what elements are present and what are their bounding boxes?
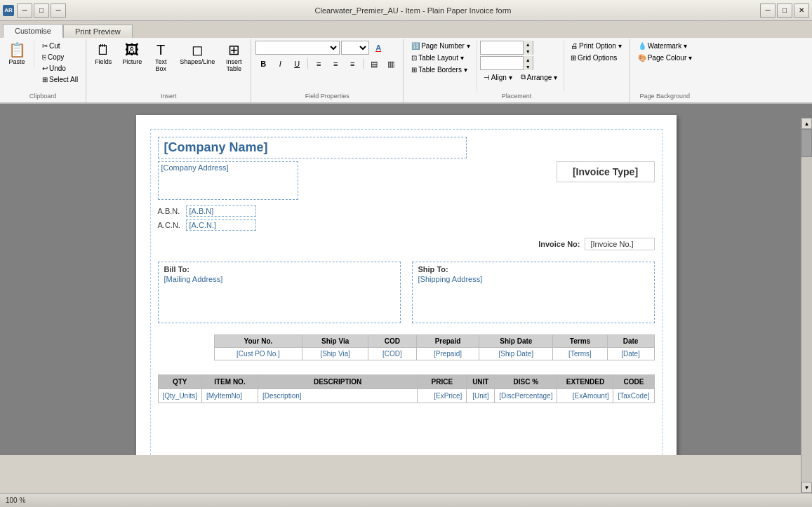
scrollbar-v[interactable]: ▲ ▼	[801, 118, 812, 455]
cell-item-no: [MyItemNo]	[201, 389, 258, 403]
col-ship-date: Ship Date	[479, 335, 553, 348]
print-option-icon: 🖨	[571, 42, 578, 50]
page-number-button[interactable]: 🔢 Page Number ▾	[408, 41, 473, 51]
invoice-no-value[interactable]: [Invoice No.]	[585, 238, 655, 250]
col-price: PRICE	[418, 375, 467, 389]
x-up-button[interactable]: ▲	[523, 41, 533, 48]
sys-btn-2[interactable]: □	[34, 4, 49, 18]
ship-to-box[interactable]: Ship To: [Shipping Address]	[412, 262, 655, 323]
col-date: Date	[607, 335, 654, 348]
font-combo[interactable]	[255, 41, 340, 55]
cell-date: [Date]	[607, 348, 654, 360]
print-option-button[interactable]: 🖨 Print Option ▾	[567, 41, 625, 51]
col-terms: Terms	[553, 335, 607, 348]
minimize-button[interactable]: ─	[760, 4, 776, 18]
page-background-label: Page Background	[634, 93, 695, 100]
acn-value[interactable]: [A.C.N.]	[186, 219, 256, 231]
col-ship-via: Ship Via	[302, 335, 368, 348]
table-borders-button[interactable]: ⊞ Table Borders ▾	[408, 65, 473, 75]
copy-button[interactable]: ⎘ Copy	[39, 52, 81, 62]
window-controls: ─ □ ✕	[760, 4, 809, 18]
x-position-input[interactable]	[481, 44, 523, 52]
order-table-head: Your No. Ship Via COD Prepaid Ship Date …	[214, 335, 654, 348]
tab-customise[interactable]: Customise	[3, 24, 63, 38]
order-table-body: [Cust PO No.] [Ship Via] [COD] [Prepaid]…	[214, 348, 654, 360]
align-button[interactable]: ⊣ Align ▾	[480, 72, 516, 83]
window-title: Clearwater_Premier_AU - Item - Plain Pap…	[66, 6, 760, 15]
app-icon: AR	[3, 5, 14, 16]
arrange-button[interactable]: ⧉ Arrange ▾	[517, 72, 561, 83]
align-right-button[interactable]: ≡	[345, 57, 360, 71]
col-description: DESCRIPTION	[258, 375, 417, 389]
ship-to-address[interactable]: [Shipping Address]	[418, 275, 648, 320]
col-unit: UNIT	[467, 375, 495, 389]
underline-button[interactable]: U	[289, 57, 305, 71]
fields-icon: 🗒	[96, 43, 110, 57]
size-combo[interactable]	[341, 41, 369, 55]
align-left-button[interactable]: ≡	[311, 57, 326, 71]
cell-unit: [Unit]	[467, 389, 495, 403]
img-btn2[interactable]: ▥	[383, 57, 399, 71]
cut-button[interactable]: ✂ Cut	[39, 41, 81, 51]
sys-btn-3[interactable]: ─	[51, 4, 66, 18]
cell-price: [ExPrice]	[418, 389, 467, 403]
bill-to-box[interactable]: Bill To: [Mailing Address]	[158, 262, 401, 323]
tab-print-preview[interactable]: Print Preview	[63, 25, 133, 38]
abn-value[interactable]: [A.B.N]	[186, 205, 256, 217]
shapes-button[interactable]: ◻ Shapes/Line	[176, 41, 218, 67]
order-table-section: Your No. Ship Via COD Prepaid Ship Date …	[214, 334, 655, 360]
select-all-button[interactable]: ⊞ Select All	[39, 74, 81, 85]
col-cod: COD	[368, 335, 417, 348]
watermark-button[interactable]: 💧 Watermark ▾	[634, 41, 695, 51]
italic-button[interactable]: I	[272, 57, 288, 71]
textbox-icon: T	[157, 43, 165, 57]
order-header-row: Your No. Ship Via COD Prepaid Ship Date …	[214, 335, 654, 348]
cut-icon: ✂	[42, 42, 48, 50]
scroll-thumb[interactable]	[801, 129, 812, 157]
scroll-track	[801, 129, 812, 455]
align-icon: ⊣	[484, 74, 490, 81]
invoice-type-field[interactable]: [Invoice Type]	[557, 161, 655, 182]
arrange-icon: ⧉	[521, 73, 526, 81]
col-code: CODE	[613, 375, 654, 389]
cell-qty: [Qty_Units]	[158, 389, 201, 403]
company-address-field[interactable]: [Company Address]	[158, 161, 298, 200]
bold-button[interactable]: B	[255, 57, 271, 71]
grid-options-button[interactable]: ⊞ Grid Options	[567, 53, 625, 63]
align-center-button[interactable]: ≡	[328, 57, 343, 71]
items-table-section: QTY ITEM NO. DESCRIPTION PRICE UNIT DISC…	[158, 374, 655, 403]
close-button[interactable]: ✕	[794, 4, 809, 18]
page-colour-icon: 🎨	[638, 54, 646, 62]
col-item-no: ITEM NO.	[201, 375, 258, 389]
cell-description: [Description]	[258, 389, 417, 403]
sys-btn-1[interactable]: ─	[17, 4, 32, 18]
address-row: [Company Address] [Invoice Type]	[158, 161, 655, 200]
insert-table-button[interactable]: ⊞ Insert Table	[221, 41, 246, 74]
picture-button[interactable]: 🖼 Picture	[119, 41, 145, 67]
paste-button[interactable]: 📋 Paste	[4, 41, 29, 67]
col-extended: EXTENDED	[557, 375, 613, 389]
format-sep2	[363, 58, 364, 69]
bill-to-address[interactable]: [Mailing Address]	[164, 275, 394, 320]
acn-label: A.C.N.	[158, 221, 183, 229]
scroll-up-button[interactable]: ▲	[801, 118, 812, 129]
x-down-button[interactable]: ▼	[523, 48, 533, 55]
paper: [Company Name] [Company Address] [Invoic…	[136, 115, 677, 455]
y-up-button[interactable]: ▲	[523, 56, 533, 63]
y-position-input[interactable]	[481, 60, 523, 67]
maximize-button[interactable]: □	[777, 4, 792, 18]
cell-code: [TaxCode]	[613, 389, 654, 403]
field-properties-label: Field Properties	[255, 93, 399, 100]
ship-to-header: Ship To:	[418, 265, 648, 273]
page-colour-button[interactable]: 🎨 Page Colour ▾	[634, 53, 695, 63]
y-down-button[interactable]: ▼	[523, 63, 533, 70]
company-name-field[interactable]: [Company Name]	[158, 137, 467, 158]
fields-button[interactable]: 🗒 Fields	[91, 41, 116, 67]
table-layout-button[interactable]: ⊡ Table Layout ▾	[408, 53, 473, 63]
cell-prepaid: [Prepaid]	[416, 348, 479, 360]
col-qty: QTY	[158, 375, 201, 389]
undo-button[interactable]: ↩ Undo	[39, 63, 81, 74]
font-color-button[interactable]: A	[371, 41, 386, 55]
img-btn1[interactable]: ▤	[366, 57, 382, 71]
textbox-button[interactable]: T Text Box	[148, 41, 173, 74]
